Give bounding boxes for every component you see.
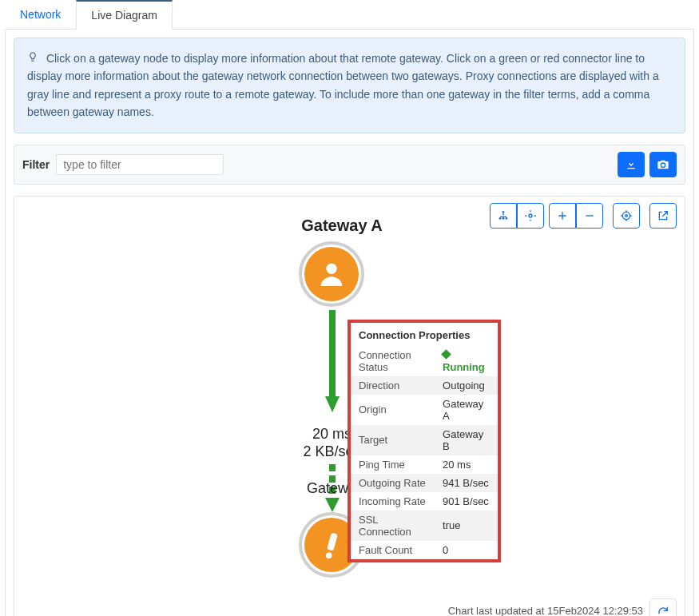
lightbulb-icon xyxy=(27,52,42,65)
popup-title: Connection Properties xyxy=(351,323,498,346)
node-a-label: Gateway A xyxy=(290,217,394,235)
row-status-label: Connection Status xyxy=(351,346,435,376)
svg-marker-13 xyxy=(325,498,340,512)
filter-label: Filter xyxy=(22,158,50,171)
ping-metric: 20 ms xyxy=(312,426,351,442)
row-status-value: Running xyxy=(443,349,485,373)
row-target-value: Gateway B xyxy=(435,425,498,455)
info-banner: Click on a gateway node to display more … xyxy=(14,38,685,133)
row-in-value: 901 B/sec xyxy=(435,492,498,511)
tab-bar: Network Live Diagram xyxy=(5,0,694,30)
row-out-value: 941 B/sec xyxy=(435,474,498,492)
filter-bar: Filter xyxy=(14,145,685,185)
svg-rect-14 xyxy=(327,532,338,550)
svg-point-15 xyxy=(326,552,332,558)
row-origin-label: Origin xyxy=(351,395,435,425)
row-origin-value: Gateway A xyxy=(435,395,498,425)
tab-live-diagram[interactable]: Live Diagram xyxy=(76,0,172,30)
snapshot-button[interactable] xyxy=(649,152,677,177)
connector-a-to-b-top[interactable] xyxy=(325,310,340,414)
row-out-label: Outgoing Rate xyxy=(351,474,435,492)
row-direction-label: Direction xyxy=(351,376,435,395)
svg-rect-10 xyxy=(329,464,336,471)
filter-input[interactable] xyxy=(56,154,224,175)
last-updated-text: Chart last updated at 15Feb2024 12:29:53 xyxy=(448,605,643,616)
diagram-panel: Gateway A 20 ms 2 KB/sec xyxy=(14,196,685,616)
page-content: Click on a gateway node to display more … xyxy=(5,30,694,616)
row-fault-value: 0 xyxy=(435,541,498,559)
row-ping-value: 20 ms xyxy=(435,455,498,474)
popup-table: Connection Status Running Direction Outg… xyxy=(351,346,498,559)
row-ssl-label: SSL Connection xyxy=(351,511,435,541)
row-direction-value: Outgoing xyxy=(435,376,498,395)
tab-network[interactable]: Network xyxy=(5,0,76,30)
diagram-footer: Chart last updated at 15Feb2024 12:29:53 xyxy=(448,598,677,616)
row-target-label: Target xyxy=(351,425,435,455)
person-icon xyxy=(304,247,359,301)
gateway-node-a[interactable] xyxy=(299,241,364,307)
connection-properties-popup: Connection Properties Connection Status … xyxy=(348,320,500,562)
diagram-canvas[interactable]: Gateway A 20 ms 2 KB/sec xyxy=(14,197,685,616)
row-in-label: Incoming Rate xyxy=(351,492,435,511)
info-text: Click on a gateway node to display more … xyxy=(27,52,659,118)
svg-point-7 xyxy=(326,263,336,273)
row-ping-label: Ping Time xyxy=(351,455,435,474)
row-ssl-value: true xyxy=(435,511,498,541)
diamond-icon xyxy=(441,349,451,360)
download-button[interactable] xyxy=(618,152,645,177)
svg-marker-9 xyxy=(325,396,340,412)
refresh-button[interactable] xyxy=(649,598,677,616)
row-fault-label: Fault Count xyxy=(351,541,435,559)
